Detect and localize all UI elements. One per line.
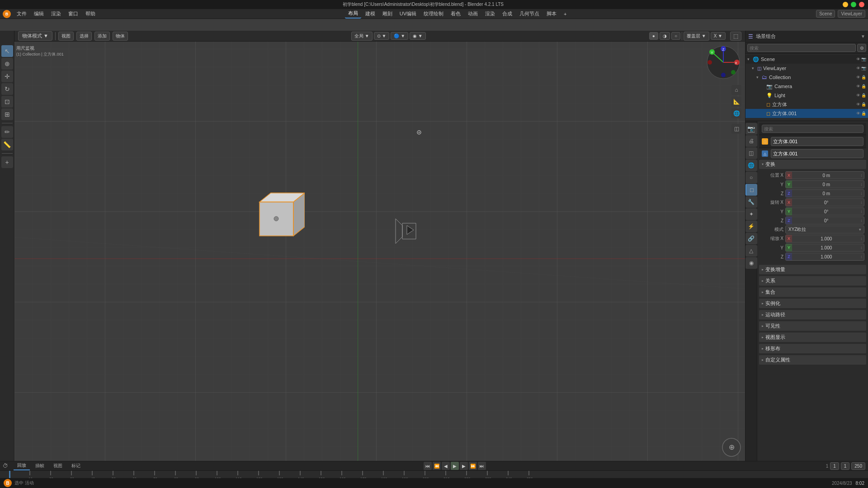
jump-start-btn[interactable]: ⏮ [424, 462, 432, 470]
outliner-filter-icon[interactable]: ▼ [861, 34, 865, 39]
scene-eye-icon[interactable]: 👁 [856, 57, 860, 61]
viewport-select-menu[interactable]: 选择 [76, 32, 92, 41]
viewport-object-menu[interactable]: 物体 [113, 32, 128, 41]
camera-eye[interactable]: 👁 [856, 84, 860, 89]
tab-geometry[interactable]: 几何节点 [516, 9, 542, 18]
tl-tab-playback[interactable]: 回放 [14, 461, 30, 470]
tab-scripting[interactable]: 脚本 [543, 9, 560, 18]
tab-sculpt[interactable]: 雕刻 [379, 9, 396, 18]
object-name-input[interactable] [771, 137, 863, 146]
delta-transform-header[interactable]: ▸ 变换增量 [759, 265, 866, 274]
cube-restrict[interactable]: 🔒 [861, 102, 866, 107]
blender-logo[interactable]: B [3, 10, 11, 18]
scene-selector[interactable]: Scene [816, 10, 835, 18]
cube001-restrict[interactable]: 🔒 [861, 111, 866, 116]
proportional-edit[interactable]: ◉ ▼ [410, 32, 426, 40]
tl-tab-view[interactable]: 视图 [50, 462, 66, 470]
viewport-display-header[interactable]: ▸ 视图显示 [759, 333, 866, 342]
scale-z-field[interactable]: Z 1.000 ↕ [785, 253, 864, 261]
minimize-button[interactable] [843, 2, 848, 7]
tab-animation[interactable]: 动画 [465, 9, 481, 18]
tool-rotate[interactable]: ↻ [1, 83, 13, 95]
tool-select[interactable]: ↖ [1, 45, 13, 57]
scene-camera-icon[interactable]: 📷 [861, 57, 866, 61]
tl-tab-markers[interactable]: 标记 [68, 462, 84, 470]
relations-header[interactable]: ▸ 关系 [759, 276, 866, 286]
viewlayer-cam[interactable]: 📷 [861, 66, 866, 70]
prop-tab-modifier[interactable]: 🔧 [745, 196, 757, 208]
collections-header[interactable]: ▸ 集合 [759, 287, 866, 297]
viewlayer-eye[interactable]: 👁 [856, 66, 860, 70]
transform-section-header[interactable]: ▾ 变换 [759, 160, 866, 169]
viewport-gizmo-toggle[interactable]: X ▼ [711, 32, 726, 40]
rotation-mode-select[interactable]: XYZ欧拉 ▾ [785, 225, 864, 234]
tab-uv[interactable]: UV编辑 [396, 9, 420, 18]
outliner-scene-header[interactable]: ▾ 🌐 Scene 👁 📷 [745, 55, 868, 64]
viewport-shading-solid[interactable]: ● [649, 32, 658, 40]
tool-annotate[interactable]: ✏ [1, 126, 13, 138]
rot-y-field[interactable]: Y 0° ↕ [785, 207, 864, 216]
collection-overlay-btn[interactable]: ◫ [731, 124, 741, 134]
prop-tab-constraints[interactable]: 🔗 [745, 233, 757, 244]
camera-restrict[interactable]: 🔒 [861, 84, 866, 89]
tool-scale[interactable]: ⊡ [1, 96, 13, 108]
mesh-name-input[interactable] [771, 149, 863, 158]
outliner-item-camera[interactable]: 📷 Camera 👁 🔒 [745, 82, 868, 91]
viewport-mode-selector[interactable]: 物体模式 ▼ [18, 31, 52, 41]
shading-header[interactable]: ▸ 移形布 [759, 344, 866, 353]
cube-eye[interactable]: 👁 [856, 102, 860, 107]
custom-properties-header[interactable]: ▸ 自定义属性 [759, 355, 866, 365]
motion-paths-header[interactable]: ▸ 运动路径 [759, 310, 866, 319]
cube001-eye[interactable]: 👁 [856, 111, 860, 116]
tool-move[interactable]: ✛ [1, 70, 13, 82]
local-global-btn[interactable]: 🌐 [731, 108, 741, 118]
viewport-add-menu[interactable]: 添加 [94, 32, 110, 41]
tab-texture[interactable]: 纹理绘制 [420, 9, 447, 18]
tool-transform[interactable]: ⊞ [1, 108, 13, 120]
tab-modeling[interactable]: 建模 [362, 9, 378, 18]
menu-file[interactable]: 文件 [14, 9, 30, 18]
menu-window[interactable]: 窗口 [65, 9, 81, 18]
tl-tab-keyframe[interactable]: 插帧 [32, 462, 48, 470]
collection-eye[interactable]: 👁 [856, 75, 860, 80]
next-keyframe-btn[interactable]: ▶ [460, 462, 468, 470]
light-eye[interactable]: 👁 [856, 93, 860, 98]
light-restrict[interactable]: 🔒 [861, 93, 866, 98]
transform-pivot-selector[interactable]: ⊙ ▼ [374, 32, 390, 40]
prev-keyframe-btn[interactable]: ◀ [442, 462, 450, 470]
tool-cursor[interactable]: ⊕ [1, 58, 13, 70]
prev-frame-btn[interactable]: ⏪ [433, 462, 441, 470]
instancing-header[interactable]: ▸ 实例化 [759, 299, 866, 308]
zoom-extent-btn[interactable]: ⌂ [731, 85, 741, 95]
view-layer-selector[interactable]: ViewLayer [838, 10, 865, 18]
prop-tab-world[interactable]: ○ [745, 172, 757, 183]
rot-x-field[interactable]: X 0° ↕ [785, 198, 864, 206]
loc-x-field[interactable]: X 0 m ↕ [785, 171, 864, 179]
tab-layout[interactable]: 布局 [345, 9, 361, 19]
prop-tab-scene[interactable]: 🌐 [745, 160, 757, 171]
tool-add[interactable]: + [1, 156, 13, 168]
prop-tab-material[interactable]: ◉ [745, 257, 757, 269]
viewport-shading-render[interactable]: ○ [671, 32, 680, 40]
prop-tab-view[interactable]: ◫ [745, 147, 757, 159]
navigation-gizmo[interactable]: X Y Z [705, 44, 741, 80]
outliner-filter-btn[interactable]: ⚙ [857, 44, 866, 52]
menu-render[interactable]: 渲染 [48, 9, 64, 18]
cube-object[interactable] [250, 184, 305, 239]
viewport-overlay-toggle[interactable]: 覆盖层 ▼ [684, 32, 709, 41]
loc-z-field[interactable]: Z 0 m ↕ [785, 189, 864, 197]
tool-measure[interactable]: 📏 [1, 139, 13, 150]
visibility-header[interactable]: ▸ 可见性 [759, 321, 866, 331]
menu-help[interactable]: 帮助 [82, 9, 99, 18]
outliner-item-cube001[interactable]: ◻ 立方体.001 👁 🔒 [745, 109, 868, 118]
loc-y-field[interactable]: Y 0 m ↕ [785, 180, 864, 188]
end-frame-input[interactable]: 250 [851, 462, 865, 470]
prop-tab-object[interactable]: ◻ [745, 184, 757, 196]
properties-search-input[interactable] [762, 125, 863, 133]
outliner-item-cube[interactable]: ◻ 立方体 👁 🔒 [745, 100, 868, 109]
outliner-viewlayer[interactable]: ▾ ◫ ViewLayer 👁 📷 [745, 64, 868, 73]
viewport-nav-circle[interactable]: ⊕ [722, 437, 741, 457]
transform-global-selector[interactable]: 全局 ▼ [351, 32, 373, 41]
tab-shading[interactable]: 着色 [448, 9, 464, 18]
menu-edit[interactable]: 编辑 [31, 9, 47, 18]
